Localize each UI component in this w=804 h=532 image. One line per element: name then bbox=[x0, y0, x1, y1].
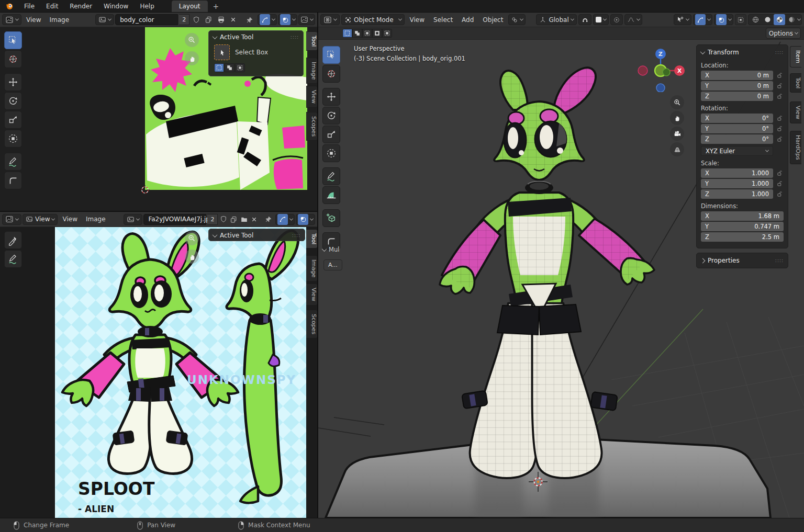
tool-scale[interactable] bbox=[4, 111, 22, 129]
select-mode-invert[interactable] bbox=[372, 29, 382, 38]
rotation-z-field[interactable]: Z0° bbox=[701, 134, 773, 144]
image-name-field[interactable]: Fa2yJVOWIAAeJ7j.jpg bbox=[143, 214, 206, 225]
menu-file[interactable]: File bbox=[18, 0, 40, 13]
panel-grip[interactable]: :::: bbox=[291, 36, 299, 39]
pack-image-button[interactable] bbox=[215, 14, 227, 25]
tool-select-box[interactable] bbox=[322, 46, 340, 64]
pin-icon[interactable] bbox=[264, 214, 274, 225]
tool-rotate[interactable] bbox=[322, 107, 340, 124]
lock-open-icon[interactable] bbox=[776, 180, 784, 187]
tool-2d-cursor[interactable] bbox=[4, 50, 22, 68]
lock-open-icon[interactable] bbox=[776, 82, 784, 89]
tool-sample[interactable] bbox=[4, 172, 22, 189]
tool-move[interactable] bbox=[4, 73, 22, 91]
ref-overlays-toggle[interactable] bbox=[296, 214, 315, 225]
tool-annotate[interactable] bbox=[322, 167, 340, 185]
tool-move[interactable] bbox=[322, 88, 340, 106]
uv-gizmos-toggle[interactable] bbox=[258, 14, 277, 25]
vp-menu-add[interactable]: Add bbox=[458, 14, 477, 26]
snap-settings-dropdown[interactable] bbox=[593, 14, 609, 25]
ref-tab-tool[interactable]: Tool bbox=[306, 229, 317, 248]
menu-render[interactable]: Render bbox=[64, 0, 98, 13]
location-x-field[interactable]: X0 m bbox=[701, 71, 773, 80]
panel-grip[interactable]: :::: bbox=[775, 51, 784, 54]
panel-grip[interactable]: :::: bbox=[775, 259, 784, 262]
tool-sample-color[interactable] bbox=[4, 231, 22, 249]
uv-tab-view[interactable]: View bbox=[306, 86, 317, 108]
scale-z-field[interactable]: Z1.000 bbox=[701, 189, 773, 199]
select-mode-intersect[interactable] bbox=[382, 29, 392, 38]
menu-help[interactable]: Help bbox=[134, 0, 160, 13]
viewport-camera-button[interactable] bbox=[670, 127, 684, 141]
uv-menu-view[interactable]: View bbox=[23, 14, 44, 26]
unlink-image-button[interactable] bbox=[228, 14, 239, 25]
image-users-count[interactable]: 2 bbox=[179, 14, 189, 25]
lock-open-icon[interactable] bbox=[776, 125, 784, 132]
orientation-dropdown[interactable]: Global bbox=[536, 14, 576, 25]
scale-y-field[interactable]: Y1.000 bbox=[701, 179, 773, 188]
uv-tab-scopes[interactable]: Scopes bbox=[306, 112, 317, 141]
dimensions-z-field[interactable]: Z2.5 m bbox=[701, 232, 784, 242]
ref-tab-image[interactable]: Image bbox=[306, 255, 317, 281]
tool-scale[interactable] bbox=[322, 126, 340, 143]
tool-measure[interactable] bbox=[322, 186, 340, 204]
tool-3d-cursor[interactable] bbox=[322, 65, 340, 83]
image-mode-dropdown[interactable]: View bbox=[23, 214, 58, 225]
menu-edit[interactable]: Edit bbox=[40, 0, 64, 13]
uv-overlays-toggle[interactable] bbox=[278, 14, 297, 25]
select-mode-set[interactable] bbox=[214, 63, 224, 72]
sidebar-tab-tool[interactable]: Tool bbox=[790, 73, 801, 93]
ref-tab-scopes[interactable]: Scopes bbox=[306, 310, 317, 338]
ref-tab-view[interactable]: View bbox=[306, 284, 317, 305]
tool-rotate[interactable] bbox=[4, 92, 22, 110]
show-gizmo-dropdown[interactable] bbox=[674, 14, 691, 25]
uv-menu-image[interactable]: Image bbox=[46, 14, 73, 26]
vp-menu-select[interactable]: Select bbox=[430, 14, 456, 26]
pan-hand-button[interactable] bbox=[185, 51, 199, 65]
rotation-y-field[interactable]: Y0° bbox=[701, 124, 773, 133]
select-mode-subtract[interactable] bbox=[362, 29, 372, 38]
mode-dropdown[interactable]: Object Mode bbox=[341, 14, 405, 25]
uv-editor-canvas[interactable]: Active Tool :::: Select Box Tool Image V… bbox=[0, 27, 317, 211]
ref-editor-canvas[interactable]: UNKNOWNSPY SPLOOT - ALIEN - GENDERLESS/S… bbox=[0, 227, 317, 518]
viewport-pan-button[interactable] bbox=[670, 111, 684, 125]
shading-rendered-button[interactable] bbox=[786, 14, 797, 25]
last-operator-panel[interactable]: Mul bbox=[322, 246, 339, 253]
tool-annotate[interactable] bbox=[4, 250, 22, 268]
scale-x-field[interactable]: X1.000 bbox=[701, 168, 773, 178]
select-box-tool-icon[interactable] bbox=[214, 44, 230, 60]
viewport-canvas[interactable]: User Perspective (-3) Scene Collection |… bbox=[318, 40, 804, 518]
dimensions-x-field[interactable]: X1.68 m bbox=[701, 211, 784, 221]
image-browse-button[interactable] bbox=[124, 214, 142, 225]
select-mode-extend[interactable] bbox=[225, 63, 234, 72]
select-mode-set[interactable] bbox=[342, 29, 352, 38]
properties-panel-header[interactable]: Properties:::: bbox=[701, 255, 784, 266]
select-mode-subtract[interactable] bbox=[235, 63, 245, 72]
image-browse-button[interactable] bbox=[95, 14, 114, 25]
uv-tab-tool[interactable]: Tool bbox=[306, 31, 317, 51]
viewport-perspective-button[interactable] bbox=[670, 142, 684, 156]
active-tool-panel-header[interactable]: Active Tool :::: bbox=[209, 31, 303, 43]
image-users-count[interactable]: 2 bbox=[207, 214, 218, 225]
proportional-falloff-dropdown[interactable] bbox=[624, 14, 642, 25]
sidebar-tab-hardops[interactable]: HardOps bbox=[790, 131, 801, 164]
zoom-in-button[interactable] bbox=[185, 33, 199, 47]
ref-menu-image[interactable]: Image bbox=[82, 213, 109, 225]
display-channels-button[interactable] bbox=[298, 14, 315, 25]
shading-material-button[interactable] bbox=[774, 14, 785, 25]
shading-wireframe-button[interactable] bbox=[750, 14, 761, 25]
blender-logo-icon[interactable] bbox=[5, 2, 14, 10]
workspace-tab-layout[interactable]: Layout bbox=[172, 1, 208, 12]
fake-user-shield-button[interactable] bbox=[219, 214, 228, 225]
image-name-field[interactable]: body_color bbox=[115, 14, 178, 25]
zoom-in-button[interactable] bbox=[185, 231, 199, 245]
lock-open-icon[interactable] bbox=[776, 115, 784, 122]
location-y-field[interactable]: Y0 m bbox=[701, 81, 773, 90]
lock-open-icon[interactable] bbox=[776, 169, 784, 177]
rotation-mode-dropdown[interactable]: XYZ Euler bbox=[701, 146, 773, 156]
snap-toggle[interactable] bbox=[578, 14, 591, 25]
transform-panel-header[interactable]: Transform:::: bbox=[701, 47, 784, 58]
overlays-toggle[interactable] bbox=[714, 14, 733, 25]
pin-icon[interactable] bbox=[244, 14, 255, 25]
shading-solid-button[interactable] bbox=[762, 14, 773, 25]
